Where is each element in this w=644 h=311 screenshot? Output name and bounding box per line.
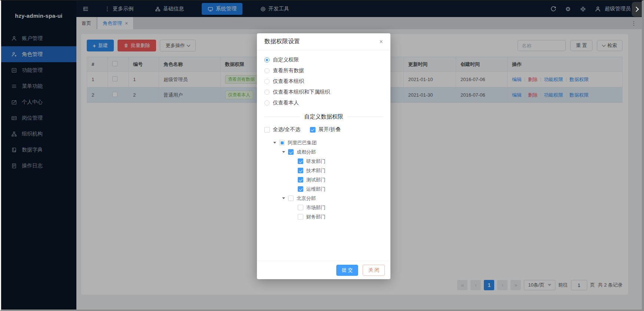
checkbox-checked-icon[interactable] <box>288 149 294 155</box>
checkbox-checked-icon[interactable] <box>298 168 303 173</box>
radio-custom-permission[interactable]: 自定义权限 <box>264 56 383 64</box>
radio-icon[interactable] <box>264 57 270 63</box>
submit-button[interactable]: 提 交 <box>336 265 359 276</box>
browser-window: hzy-admin-spa-ui 账户管理 角色管理 功能管理 菜单功能 <box>0 0 644 311</box>
tree-node-label: 阿里巴巴集团 <box>288 140 317 146</box>
tree-node-leaf[interactable]: 技术部门 <box>264 166 383 175</box>
tree-node-label: 成都分部 <box>297 149 316 156</box>
tree-node-label: 技术部门 <box>306 167 326 174</box>
radio-label: 仅查看本组织 <box>273 78 304 85</box>
tree-node-label: 北京分部 <box>297 195 316 202</box>
dialog-title: 数据权限设置 <box>264 38 300 46</box>
caret-down-icon[interactable] <box>273 142 276 144</box>
tree-node-branch[interactable]: 成都分部 <box>264 147 383 157</box>
tree-node-leaf[interactable]: 运维部门 <box>264 184 383 194</box>
radio-label: 自定义权限 <box>273 57 299 63</box>
dialog-footer: 提 交 关 闭 <box>257 261 390 279</box>
radio-view-all-data[interactable]: 查看所有数据 <box>264 67 383 74</box>
tree-node-branch[interactable]: 北京分部 <box>264 194 383 203</box>
select-all-label: 全选/全不选 <box>273 126 300 133</box>
checkbox-icon[interactable] <box>264 127 270 133</box>
radio-self-only[interactable]: 仅查看本人 <box>264 99 383 107</box>
organization-tree: 阿里巴巴集团 成都分部 研发部门 技术部门 <box>264 138 383 221</box>
checkbox-checked-icon[interactable] <box>298 158 303 164</box>
tree-options-row: 全选/全不选 展开/折叠 <box>264 126 383 133</box>
radio-icon[interactable] <box>264 68 270 73</box>
radio-icon[interactable] <box>264 100 270 106</box>
divider-line <box>264 117 300 117</box>
tree-node-label: 研发部门 <box>306 158 326 165</box>
tree-node-leaf[interactable]: 测试部门 <box>264 175 383 184</box>
admin-app: hzy-admin-spa-ui 账户管理 角色管理 功能管理 菜单功能 <box>1 1 642 310</box>
divider-line <box>348 117 383 117</box>
checkbox-icon[interactable] <box>310 127 316 133</box>
tree-node-root[interactable]: 阿里巴巴集团 <box>264 138 383 147</box>
dialog-close-icon[interactable]: × <box>379 38 383 46</box>
tree-node-leaf[interactable]: 市场部门 <box>264 203 383 212</box>
checkbox-unchecked-icon[interactable] <box>298 214 303 220</box>
radio-own-org-and-subordinates[interactable]: 仅查看本组织和下属组织 <box>264 88 383 96</box>
tree-node-label: 测试部门 <box>306 177 326 183</box>
tree-node-label: 财务部门 <box>306 214 326 220</box>
browser-side-panel-toggle[interactable] <box>632 2 642 17</box>
radio-label: 仅查看本组织和下属组织 <box>273 89 330 96</box>
radio-label: 查看所有数据 <box>273 67 304 74</box>
dialog-header: 数据权限设置 × <box>257 33 390 50</box>
expand-collapse-toggle[interactable]: 展开/折叠 <box>310 126 341 133</box>
tree-node-label: 运维部门 <box>306 186 326 193</box>
radio-label: 仅查看本人 <box>273 100 299 106</box>
chevron-right-icon <box>633 7 638 12</box>
checkbox-checked-icon[interactable] <box>298 186 303 192</box>
radio-icon[interactable] <box>264 79 270 84</box>
dialog-body: 自定义权限 查看所有数据 仅查看本组织 仅查看本组织和下属组织 仅查看本人 自定… <box>257 50 390 261</box>
checkbox-unchecked-icon[interactable] <box>298 205 303 210</box>
divider-label: 自定义数据权限 <box>304 113 343 120</box>
caret-down-icon[interactable] <box>282 151 285 153</box>
radio-icon[interactable] <box>264 90 270 95</box>
caret-down-icon[interactable] <box>282 197 285 199</box>
checkbox-unchecked-icon[interactable] <box>288 195 294 201</box>
select-all-toggle[interactable]: 全选/全不选 <box>264 126 300 133</box>
data-permission-dialog: 数据权限设置 × 自定义权限 查看所有数据 仅查看本组织 仅查看本组织和下属组织 <box>257 33 390 279</box>
checkbox-indeterminate-icon[interactable] <box>279 140 285 146</box>
tree-node-label: 市场部门 <box>306 204 326 211</box>
checkbox-checked-icon[interactable] <box>298 177 303 183</box>
tree-node-leaf[interactable]: 研发部门 <box>264 157 383 166</box>
close-button[interactable]: 关 闭 <box>363 265 385 276</box>
radio-own-org-only[interactable]: 仅查看本组织 <box>264 78 383 85</box>
tree-node-leaf[interactable]: 财务部门 <box>264 212 383 221</box>
expand-collapse-label: 展开/折叠 <box>318 126 341 133</box>
custom-permission-divider: 自定义数据权限 <box>264 113 383 120</box>
